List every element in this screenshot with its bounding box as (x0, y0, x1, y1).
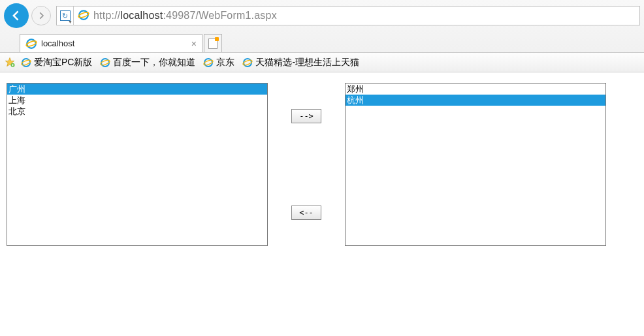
favorite-label: 百度一下，你就知道 (113, 57, 195, 69)
move-left-button[interactable]: <-- (291, 206, 321, 220)
list-item[interactable]: 北京 (7, 106, 267, 117)
right-listbox[interactable]: 郑州杭州 (345, 83, 606, 246)
tab-title: localhost (41, 38, 187, 48)
favorite-link[interactable]: 京东 (203, 57, 234, 69)
close-icon[interactable]: × (191, 38, 197, 49)
list-item[interactable]: 杭州 (346, 95, 605, 106)
favorites-star-icon[interactable] (4, 57, 16, 69)
favorite-link[interactable]: 爱淘宝PC新版 (21, 57, 92, 69)
browser-tab[interactable]: localhost × (20, 34, 202, 52)
list-item[interactable]: 广州 (7, 84, 267, 95)
move-right-button[interactable]: --> (291, 109, 321, 123)
ie-icon (100, 57, 110, 68)
ie-icon (21, 57, 31, 68)
forward-button[interactable] (31, 6, 51, 25)
ie-icon (242, 57, 253, 68)
favorite-link[interactable]: 天猫精选-理想生活上天猫 (242, 57, 359, 69)
favorite-label: 天猫精选-理想生活上天猫 (255, 57, 359, 69)
compat-view-dropdown[interactable]: ↻ ▼ (57, 7, 74, 25)
ie-icon (25, 38, 37, 50)
left-listbox[interactable]: 广州上海北京 (7, 83, 268, 246)
ie-icon (203, 57, 214, 68)
ie-icon (78, 9, 89, 23)
list-item[interactable]: 上海 (7, 95, 267, 106)
list-item[interactable]: 郑州 (346, 84, 605, 95)
new-tab-icon (208, 38, 217, 49)
favorite-link[interactable]: 百度一下，你就知道 (100, 57, 195, 69)
new-tab-button[interactable] (204, 34, 222, 52)
address-bar[interactable]: http://localhost:49987/WebForm1.aspx (93, 10, 277, 22)
favorite-label: 爱淘宝PC新版 (34, 57, 92, 69)
favorite-label: 京东 (216, 57, 234, 69)
back-button[interactable] (4, 3, 29, 28)
